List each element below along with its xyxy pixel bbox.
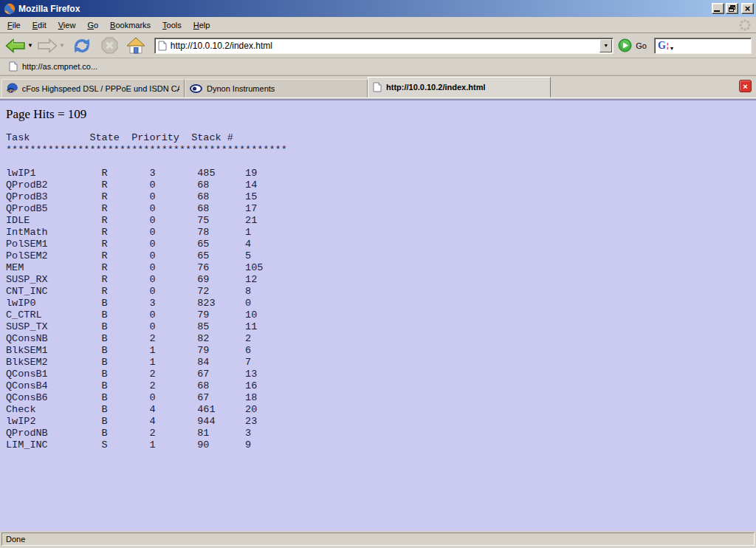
search-engine-dropdown-icon[interactable]: ▼	[669, 46, 674, 51]
back-dropdown-icon[interactable]: ▼	[27, 42, 33, 49]
go-label: Go	[636, 41, 647, 50]
go-button[interactable]: Go	[618, 38, 647, 52]
menu-file[interactable]: File	[1, 18, 27, 32]
restore-icon	[729, 5, 735, 12]
minimize-button[interactable]	[712, 3, 724, 14]
tab-label: Dynon Instruments	[207, 84, 275, 93]
menu-edit[interactable]: Edit	[27, 18, 52, 32]
url-bar[interactable]: ▼	[154, 38, 614, 54]
menu-bar: File Edit View Go Bookmarks Tools Help	[0, 17, 756, 33]
tab-label: http://10.0.10.2/index.html	[386, 83, 485, 92]
go-icon	[618, 38, 632, 52]
dynon-icon	[190, 84, 202, 93]
tab-active-index[interactable]: http://10.0.10.2/index.html	[368, 77, 551, 97]
forward-dropdown-icon[interactable]: ▼	[59, 42, 65, 49]
menu-bookmarks[interactable]: Bookmarks	[104, 18, 157, 32]
home-button[interactable]	[126, 37, 145, 55]
reload-button[interactable]	[72, 36, 92, 55]
menu-view[interactable]: View	[52, 18, 82, 32]
home-icon	[126, 37, 145, 55]
stop-icon	[100, 36, 119, 55]
browser-content: Page Hits = 109 Task State Priority Stac…	[0, 100, 756, 531]
page-icon	[9, 61, 18, 72]
url-input[interactable]	[169, 41, 599, 51]
google-engine-mark: ¦	[667, 42, 669, 49]
back-button[interactable]: ▼	[4, 36, 33, 55]
minimize-icon	[714, 10, 720, 12]
bookmark-item[interactable]: http://as.cmpnet.co...	[6, 60, 100, 73]
close-button[interactable]: ×	[741, 3, 754, 14]
tab-label: cFos Highspeed DSL / PPPoE und ISDN CAP.…	[22, 84, 179, 93]
tab-close-button[interactable]: ×	[739, 80, 752, 92]
task-table: Task State Priority Stack # ************…	[6, 132, 750, 451]
page-icon	[158, 41, 167, 51]
forward-button[interactable]: ▼	[36, 36, 65, 55]
close-icon: ×	[745, 5, 751, 13]
search-bar[interactable]: G ¦ ▼	[654, 38, 752, 54]
google-engine-icon[interactable]: G	[658, 40, 666, 52]
menu-go[interactable]: Go	[81, 18, 104, 32]
page-icon	[373, 82, 382, 92]
forward-arrow-icon	[36, 36, 58, 55]
tab-dynon[interactable]: Dynon Instruments	[185, 79, 368, 97]
page-hits-text: Page Hits = 109	[6, 107, 750, 122]
menu-help[interactable]: Help	[188, 18, 216, 32]
chevron-down-icon: ▼	[603, 43, 608, 48]
status-text: Done	[6, 535, 25, 544]
firefox-logo-icon	[4, 3, 16, 15]
window-title: Mozilla Firefox	[18, 4, 710, 14]
status-panel: Done	[1, 532, 755, 546]
url-dropdown-button[interactable]: ▼	[599, 39, 612, 52]
menu-tools[interactable]: Tools	[157, 18, 188, 32]
stop-button[interactable]	[100, 36, 119, 55]
restore-button[interactable]	[726, 3, 738, 14]
status-bar: Done	[0, 531, 756, 548]
throbber-icon	[738, 18, 752, 32]
back-arrow-icon	[4, 36, 27, 55]
close-icon: ×	[743, 82, 747, 91]
title-bar[interactable]: Mozilla Firefox ×	[0, 0, 756, 17]
tab-cfos[interactable]: cFos cFos Highspeed DSL / PPPoE und ISDN…	[1, 79, 185, 97]
reload-icon	[72, 36, 92, 55]
bookmarks-toolbar: http://as.cmpnet.co...	[0, 58, 756, 75]
search-input[interactable]	[674, 41, 756, 51]
cfos-icon: cFos	[7, 83, 18, 94]
bookmark-label: http://as.cmpnet.co...	[22, 62, 97, 71]
navigation-toolbar: ▼ ▼ ▼	[0, 33, 756, 58]
svg-text:cFos: cFos	[7, 88, 17, 93]
tab-bar: cFos cFos Highspeed DSL / PPPoE und ISDN…	[0, 75, 756, 98]
